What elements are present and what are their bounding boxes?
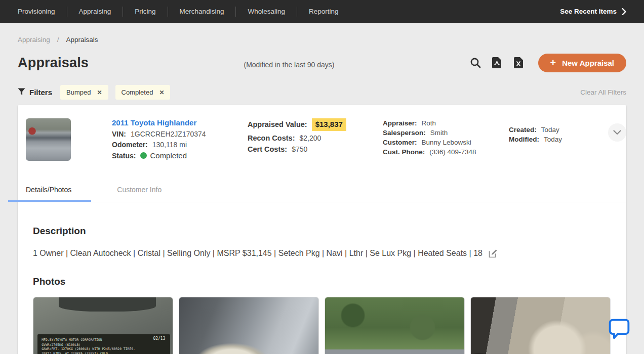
breadcrumb: Appraising / Appraisals [0,23,644,43]
dates-column: Created:Today Modified:Today [509,118,608,161]
export-pdf-icon[interactable] [491,56,504,69]
tab-customer-info[interactable]: Customer Info [117,180,162,202]
modified-label: Modified: [509,135,539,144]
chat-widget-button[interactable] [608,318,630,340]
vehicle-thumbnail-cell [26,118,112,161]
plus-icon: + [550,58,556,68]
status-value: Completed [140,150,187,161]
nav-item-reporting[interactable]: Reporting [297,8,350,15]
page-subtitle: (Modified in the last 90 days) [244,61,335,69]
appraiser-label: Appraiser: [383,118,417,128]
breadcrumb-separator: / [57,36,59,43]
photo-headlight[interactable] [179,297,319,354]
cert-costs-value: $750 [292,144,307,155]
close-icon[interactable]: ✕ [97,89,102,96]
chip-label: Bumped [66,88,91,96]
expand-cell [608,118,628,161]
cust-phone-value: (336) 409-7348 [429,147,476,157]
vehicle-title-link[interactable]: 2011 Toyota Highlander [112,118,248,127]
cert-costs-label: Cert Costs: [248,144,287,155]
nav-item-pricing[interactable]: Pricing [123,8,167,15]
description-heading: Description [33,226,611,237]
page-header: Appraisals (Modified in the last 90 days… [0,43,644,73]
salesperson-value: Smith [430,128,448,138]
appraised-value-label: Appraised Value: [248,119,307,130]
breadcrumb-appraising[interactable]: Appraising [18,36,50,43]
recon-costs-label: Recon Costs: [248,132,295,144]
details-panel: Description 1 Owner | Clean Autocheck | … [18,202,626,354]
photo-door-jamb-sticker[interactable]: 02/13 MFD.BY:TOYOTA MOTOR CORPORATION GV… [33,297,173,354]
photo-windshield[interactable] [325,297,465,354]
photo-strip: 02/13 MFD.BY:TOYOTA MOTOR CORPORATION GV… [33,297,611,354]
photo-interior[interactable] [470,297,611,354]
appraiser-value: Roth [422,118,436,128]
tab-details-photos[interactable]: Details/Photos [8,180,91,202]
page-title: Appraisals [18,55,89,71]
nav-item-appraising[interactable]: Appraising [67,8,123,15]
breadcrumb-appraisals: Appraisals [66,36,98,43]
clear-all-filters-link[interactable]: Clear All Filters [580,88,626,96]
close-icon[interactable]: ✕ [159,89,164,96]
vin-value: 1GCRCREH2JZ170374 [131,129,206,140]
status-label: Status: [112,151,136,161]
status-dot-green [140,152,147,159]
nav-item-wholesaling[interactable]: Wholesaling [236,8,297,15]
vehicle-thumbnail[interactable] [26,118,71,161]
export-excel-icon[interactable] [512,56,526,69]
nav-item-provisioning[interactable]: Provisioning [18,8,67,15]
nav-item-merchandising[interactable]: Merchandising [168,8,236,15]
odometer-value: 130,118 mi [152,140,187,150]
people-column: Appraiser:Roth Salesperson:Smith Custome… [383,118,509,161]
vehicle-info-column: 2011 Toyota Highlander VIN:1GCRCREH2JZ17… [112,118,248,161]
customer-value: Bunny Lebowski [422,138,471,147]
collapse-row-button[interactable] [608,123,626,142]
edit-description-icon[interactable] [489,249,497,258]
chevron-down-icon [613,128,621,137]
see-recent-items-label: See Recent Items [560,8,617,15]
cust-phone-label: Cust. Phone: [383,147,425,157]
filter-chips: Bumped ✕ Completed ✕ [60,85,170,100]
created-value: Today [541,125,559,135]
filters-label: Filters [18,88,52,97]
appraisal-card: 2011 Toyota Highlander VIN:1GCRCREH2JZ17… [18,105,626,354]
sticker-label: 02/13 MFD.BY:TOYOTA MOTOR CORPORATION GV… [37,334,170,354]
photo-detail [59,297,156,312]
new-appraisal-label: New Appraisal [562,59,614,67]
vin-label: VIN: [112,129,126,140]
filters-text: Filters [29,88,52,97]
appraised-value: $13,837 [312,118,346,131]
search-icon[interactable] [469,56,482,69]
see-recent-items-link[interactable]: See Recent Items [560,8,626,15]
odometer-label: Odometer: [112,140,148,150]
filter-chip-bumped[interactable]: Bumped ✕ [60,85,108,100]
values-column: Appraised Value:$13,837 Recon Costs:$2,2… [248,118,383,161]
top-nav: Provisioning Appraising Pricing Merchand… [0,0,644,23]
created-label: Created: [509,125,537,135]
filter-chip-completed[interactable]: Completed ✕ [115,85,171,100]
header-actions: + New Appraisal [469,54,627,72]
vehicle-summary-row: 2011 Toyota Highlander VIN:1GCRCREH2JZ17… [18,105,626,176]
chat-bubble-icon [608,318,630,340]
new-appraisal-button[interactable]: + New Appraisal [538,54,627,72]
modified-value: Today [544,135,562,144]
detail-tabs: Details/Photos Customer Info [18,180,626,202]
recon-costs-value: $2,200 [299,132,321,144]
chevron-right-icon [622,8,626,15]
filter-funnel-icon [18,88,25,97]
customer-label: Customer: [383,138,417,147]
sticker-date: 02/13 [153,337,165,341]
photos-heading: Photos [33,276,611,287]
chip-label: Completed [122,88,153,96]
salesperson-label: Salesperson: [383,128,426,138]
filters-row: Filters Bumped ✕ Completed ✕ Clear All F… [0,73,644,100]
description-text: 1 Owner | Clean Autocheck | Cristal | Se… [33,249,482,258]
